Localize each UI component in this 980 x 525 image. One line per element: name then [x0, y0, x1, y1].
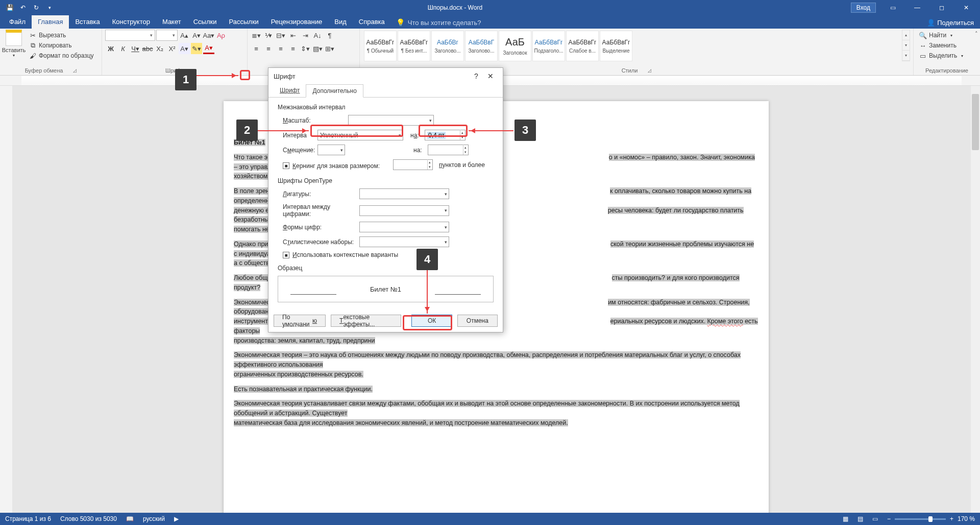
scale-combo[interactable] [348, 115, 434, 126]
view-web-icon[interactable]: ▭ [872, 515, 878, 522]
clear-format-icon[interactable]: Aρ [215, 30, 227, 41]
style-item[interactable]: АаБбВвГгВыделение [600, 31, 632, 61]
shrink-font-icon[interactable]: A▾ [191, 30, 202, 41]
style-item[interactable]: АаБбВвГг¶ Без инт... [398, 31, 430, 61]
align-left-icon[interactable]: ≡ [251, 43, 262, 54]
indent-dec-icon[interactable]: ⇤ [287, 30, 299, 41]
position-value-spinner[interactable] [428, 145, 469, 155]
superscript-button[interactable]: X² [166, 43, 178, 54]
tell-me[interactable]: 💡Что вы хотите сделать? [391, 16, 486, 29]
view-read-icon[interactable]: ▦ [843, 515, 848, 522]
view-print-icon[interactable]: ▤ [857, 515, 863, 522]
multilevel-icon[interactable]: ⊟▾ [275, 30, 286, 41]
font-color-icon[interactable]: A▾ [203, 43, 214, 54]
ok-button[interactable]: ОК [411, 315, 452, 327]
strike-button[interactable]: abc [142, 43, 153, 54]
maximize-icon[interactable]: ◻ [930, 0, 953, 15]
font-size-combo[interactable] [156, 30, 178, 41]
cancel-button[interactable]: Отмена [457, 315, 498, 327]
styles-gallery[interactable]: АаБбВвГг¶ ОбычныйАаБбВвГг¶ Без инт...АаБ… [363, 30, 902, 61]
save-icon[interactable]: 💾 [4, 2, 15, 13]
tab-view[interactable]: Вид [328, 15, 353, 29]
style-item[interactable]: АаБбВвГгСлабое в... [566, 31, 599, 61]
number-forms-combo[interactable] [359, 222, 449, 232]
status-language[interactable]: русский [143, 515, 165, 522]
indent-inc-icon[interactable]: ⇥ [300, 30, 311, 41]
highlight-icon[interactable]: ✎▾ [191, 43, 202, 54]
grow-font-icon[interactable]: A▴ [179, 30, 190, 41]
select-button[interactable]: ▭Выделить▾ [917, 51, 977, 60]
redo-icon[interactable]: ↻ [31, 2, 42, 13]
position-combo[interactable] [317, 145, 345, 155]
kerning-checkbox[interactable]: ■ [283, 162, 289, 169]
styles-more[interactable]: ▴▾▾ [902, 30, 910, 61]
underline-button[interactable]: Ч▾ [130, 43, 141, 54]
show-marks-icon[interactable]: ¶ [324, 30, 335, 41]
zoom-value[interactable]: 170 % [958, 515, 975, 522]
tab-review[interactable]: Рецензирование [265, 15, 328, 29]
dialog-close-icon[interactable]: ✕ [483, 72, 498, 80]
cut-button[interactable]: ✂Вырезать [27, 31, 96, 40]
numbering-icon[interactable]: ⅟▾ [263, 30, 274, 41]
clipboard-launcher-icon[interactable]: ◿ [73, 68, 77, 73]
default-button[interactable]: По умолчанию [274, 315, 326, 327]
share-button[interactable]: 👤Поделиться [921, 17, 980, 29]
bullets-icon[interactable]: ≣▾ [251, 30, 262, 41]
tab-mailings[interactable]: Рассылки [223, 15, 264, 29]
bold-button[interactable]: Ж [105, 43, 116, 54]
status-spell-icon[interactable]: 📖 [126, 515, 134, 522]
style-item[interactable]: АаБбВгЗаголово... [431, 31, 464, 61]
qat-more-icon[interactable]: ▾ [44, 2, 55, 13]
sort-icon[interactable]: A↓ [312, 30, 323, 41]
line-spacing-icon[interactable]: ⇕▾ [300, 43, 311, 54]
font-name-combo[interactable] [105, 30, 155, 41]
styles-launcher-icon[interactable]: ◿ [648, 68, 651, 73]
tab-home[interactable]: Главная [32, 15, 69, 29]
style-item[interactable]: АаБбВвГЗаголово... [465, 31, 498, 61]
tab-insert[interactable]: Вставка [69, 15, 106, 29]
format-painter-button[interactable]: 🖌Формат по образцу [27, 51, 96, 60]
spacing-value-spinner[interactable]: 0,4 пт [425, 130, 465, 140]
tab-help[interactable]: Справка [353, 15, 391, 29]
number-spacing-combo[interactable] [359, 205, 449, 216]
close-icon[interactable]: ✕ [954, 0, 978, 15]
dialog-tab-advanced[interactable]: Дополнительно [306, 84, 363, 98]
status-macro-icon[interactable]: ▶ [174, 515, 179, 522]
stylistic-sets-combo[interactable] [359, 236, 449, 247]
italic-button[interactable]: К [117, 43, 129, 54]
align-center-icon[interactable]: ≡ [263, 43, 274, 54]
kerning-spinner[interactable] [393, 159, 433, 170]
ligatures-combo[interactable] [359, 188, 449, 199]
replace-button[interactable]: ↔Заменить [917, 41, 977, 50]
tab-references[interactable]: Ссылки [187, 15, 223, 29]
contextual-checkbox[interactable]: ■ [283, 252, 289, 258]
zoom-in-icon[interactable]: + [950, 515, 953, 522]
ribbon-display-icon[interactable]: ▭ [881, 0, 904, 15]
justify-icon[interactable]: ≡ [287, 43, 299, 54]
align-right-icon[interactable]: ≡ [275, 43, 286, 54]
status-page[interactable]: Страница 1 из 6 [5, 515, 51, 522]
change-case-icon[interactable]: Aa▾ [203, 30, 214, 41]
find-button[interactable]: 🔍Найти▾ [917, 31, 977, 40]
text-effects-icon[interactable]: A▾ [179, 43, 190, 54]
login-button[interactable]: Вход [851, 3, 876, 13]
dialog-tab-font[interactable]: Шрифт [274, 84, 306, 97]
borders-icon[interactable]: ⊞▾ [324, 43, 335, 54]
shading-icon[interactable]: ▧▾ [312, 43, 323, 54]
dialog-help-icon[interactable]: ? [469, 72, 483, 80]
tab-design[interactable]: Конструктор [106, 15, 156, 29]
text-effects-button[interactable]: Текстовые эффекты... [331, 315, 401, 327]
tab-file[interactable]: Файл [3, 15, 32, 29]
minimize-icon[interactable]: — [905, 0, 929, 15]
spacing-combo[interactable]: Уплотненный [317, 130, 403, 140]
zoom-out-icon[interactable]: − [887, 515, 891, 522]
paste-button[interactable]: Вставить▾ [3, 30, 24, 60]
zoom-slider[interactable] [895, 518, 946, 520]
style-item[interactable]: АаБЗаголовок [499, 31, 531, 61]
style-item[interactable]: АаБбВвГг¶ Обычный [364, 31, 397, 61]
status-words[interactable]: Слово 5030 из 5030 [60, 515, 117, 522]
style-item[interactable]: АаБбВвГгПодзаголо... [532, 31, 565, 61]
subscript-button[interactable]: X₂ [154, 43, 165, 54]
vertical-scrollbar[interactable] [971, 86, 980, 513]
tab-layout[interactable]: Макет [156, 15, 187, 29]
